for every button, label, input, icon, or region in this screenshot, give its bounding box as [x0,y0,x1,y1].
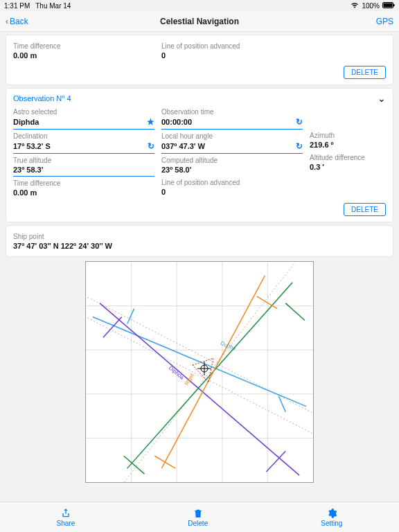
svg-line-14 [93,317,306,407]
compalt-label: Computed altitude [161,157,303,164]
plot-area: Dubhe Diphda Rigel [0,261,399,483]
chevron-down-icon: ⌄ [378,93,386,104]
status-time: 1:31 PM [4,2,30,10]
status-date: Thu Mar 14 [35,2,71,10]
refresh-icon[interactable]: ↻ [296,141,303,151]
delete-toolbar-button[interactable]: Delete [188,508,208,527]
chart-label-diphda: Diphda [168,365,186,381]
truealt-value: 23º 58.3' [13,166,43,174]
svg-line-13 [114,261,306,483]
svg-rect-2 [393,4,395,6]
svg-rect-1 [384,3,393,7]
azimuth-value: 219.6 º [310,139,386,151]
timed-label: Time difference [13,179,154,187]
svg-line-11 [85,290,314,420]
status-bar: 1:31 PM Thu Mar 14 100% [0,0,399,11]
delete-button[interactable]: DELETE [344,203,386,216]
delete-button[interactable]: DELETE [344,66,386,79]
lha-value: 037º 47.3' W [161,142,205,150]
observation-card-prev: Time difference 0.00 m Line of position … [6,35,393,85]
svg-line-15 [127,309,134,324]
gear-icon [326,508,337,519]
setting-label: Setting [321,520,342,527]
obstime-field[interactable]: 00:00:00 ↻ [161,116,303,130]
time-diff-value: 0.00 m [13,50,154,62]
lop-value: 0 [161,50,303,62]
share-label: Share [57,520,76,527]
battery-icon [382,2,395,10]
refresh-icon[interactable]: ↻ [148,141,154,151]
wifi-icon [351,2,359,10]
decl-label: Declination [13,132,154,140]
lha-label: Local hour angle [161,132,303,140]
altdiff-value: 0.3 ' [310,161,386,173]
astro-value: Diphda [13,118,39,126]
observation-title: Observation Nº 4 [13,94,71,103]
astro-label: Astro selected [13,108,154,116]
star-icon[interactable]: ★ [147,117,154,127]
trash-icon [193,508,204,519]
setting-button[interactable]: Setting [321,508,342,527]
share-icon [60,508,71,519]
nav-bar: ‹ Back Celestial Navigation GPS [0,11,399,32]
astro-field[interactable]: Diphda ★ [13,116,154,130]
page-title: Celestial Navigation [0,17,399,26]
obstime-value: 00:00:00 [161,118,192,126]
svg-line-21 [124,456,145,474]
azimuth-label: Azimuth [310,132,386,139]
share-button[interactable]: Share [57,508,76,527]
altdiff-label: Altitude difference [310,154,386,161]
truealt-field[interactable]: 23º 58.3' [13,164,154,177]
battery-text: 100% [362,2,380,10]
svg-line-12 [85,310,314,441]
observation-header[interactable]: Observation Nº 4 ⌄ [13,93,386,104]
ship-point-card: Ship point 37º 47' 03'' N 122º 24' 30'' … [6,225,393,257]
decl-value: 17º 53.2' S [13,142,51,150]
svg-line-24 [154,456,175,468]
lop-label: Line of position advanced [161,42,303,50]
time-diff-label: Time difference [13,42,154,50]
observation-card-4: Observation Nº 4 ⌄ Astro selected Diphda… [6,88,393,222]
refresh-icon[interactable]: ↻ [296,117,303,127]
lop-chart[interactable]: Dubhe Diphda Rigel [85,261,314,483]
compalt-value: 23º 58.0' [161,164,303,176]
ship-value: 37º 47' 03'' N 122º 24' 30'' W [13,240,386,252]
lha-field[interactable]: 037º 47.3' W ↻ [161,140,303,154]
timed-value: 0.00 m [13,187,154,199]
ship-label: Ship point [13,233,386,240]
truealt-label: True altitude [13,157,154,164]
bottom-toolbar: Share Delete Setting [0,502,399,532]
delete-toolbar-label: Delete [188,520,208,527]
decl-field[interactable]: 17º 53.2' S ↻ [13,140,154,154]
lop-value-2: 0 [161,186,303,198]
obstime-label: Observation time [161,108,303,116]
lop-label-2: Line of position advanced [161,179,303,186]
svg-line-17 [100,303,299,475]
